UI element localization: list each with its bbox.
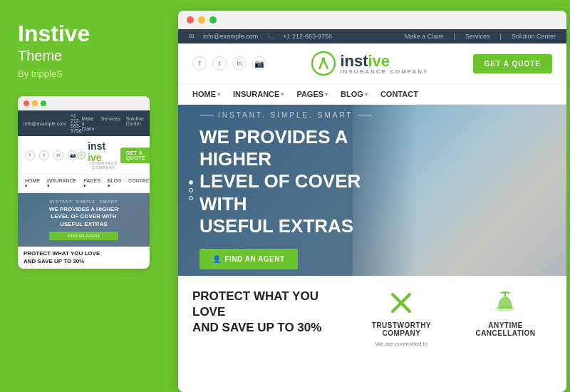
svg-point-1: [81, 153, 82, 154]
mini-nav-insurance[interactable]: INSURANCE ▾: [47, 178, 76, 189]
mini-logo-sub: INSURANCE COMPANY: [88, 161, 120, 170]
mini-nav-blog[interactable]: BLOG ▾: [108, 178, 121, 189]
mini-dot-yellow: [32, 100, 38, 106]
mini-dot-red: [24, 100, 29, 106]
protect-text-area: PROTECT WHAT YOU LOVE AND SAVE UP TO 30%: [192, 289, 341, 348]
blog-arrow-icon: ▾: [365, 91, 368, 98]
mini-logo-dark: inst: [88, 140, 120, 152]
main-socials: f t in 📷: [192, 56, 266, 71]
mini-hero-title: WE PROVIDES A HIGHERLEVEL OF COVER WITHU…: [49, 206, 118, 228]
facebook-icon[interactable]: f: [192, 56, 207, 71]
svg-point-2: [312, 52, 335, 75]
hero-content: INSTANT. SIMPLE. SMART WE PROVIDES A HIG…: [178, 105, 411, 276]
mini-quote-button[interactable]: GET A QUOTE: [120, 148, 150, 163]
main-phone: +1 212-683-9756: [283, 33, 332, 40]
nav-home[interactable]: HOME ▾: [192, 90, 220, 98]
hero-dot-2[interactable]: [189, 188, 193, 192]
mini-dot-green: [41, 100, 46, 106]
logo-text-green: ive: [368, 52, 390, 70]
insurance-arrow-icon: ▾: [281, 91, 284, 98]
mini-nav-pages[interactable]: PAGES ▾: [83, 178, 100, 189]
mini-header: f t in 📷 instive INSURANCE COMPANY: [18, 136, 150, 175]
mini-bottom: PROTECT WHAT YOU LOVEAND SAVE UP TO 30%: [18, 247, 150, 269]
svg-line-8: [501, 292, 505, 293]
nav-insurance[interactable]: INSURANCE ▾: [233, 90, 284, 98]
theme-title: Instive: [18, 21, 150, 46]
pages-arrow-icon: ▾: [325, 91, 328, 98]
main-link-solution[interactable]: Solution Center: [512, 33, 556, 40]
twitter-icon[interactable]: t: [212, 56, 227, 71]
main-bottom-section: PROTECT WHAT YOU LOVE AND SAVE UP TO 30%…: [178, 276, 566, 361]
mini-link-solution: Solution Center: [126, 116, 144, 131]
mini-logo: instive INSURANCE COMPANY: [78, 140, 120, 170]
main-hero: INSTANT. SIMPLE. SMART WE PROVIDES A HIG…: [178, 105, 566, 276]
cancellation-icon: [491, 289, 519, 317]
nav-pages[interactable]: PAGES ▾: [296, 90, 328, 98]
mini-hero: INSTANT. SIMPLE. SMART WE PROVIDES A HIG…: [18, 193, 150, 247]
trustworthy-card: TRUSTWORTHYCOMPANY We are committed to: [355, 289, 448, 348]
mini-find-btn[interactable]: FIND AN AGENT: [49, 232, 118, 240]
trustworthy-title: TRUSTWORTHYCOMPANY: [355, 321, 448, 337]
logo-text-dark: inst: [340, 52, 368, 70]
trustworthy-desc: We are committed to: [355, 340, 448, 348]
main-dot-yellow: [198, 16, 205, 24]
mini-titlebar: [18, 96, 150, 110]
main-dot-red: [187, 16, 194, 24]
mini-protect-title: PROTECT WHAT YOU LOVEAND SAVE UP TO 30%: [24, 250, 144, 265]
theme-subtitle: Theme: [18, 48, 150, 64]
cancellation-card: ANYTIMECANCELLATION: [459, 289, 552, 348]
svg-point-3: [322, 58, 326, 61]
nav-blog[interactable]: BLOG ▾: [341, 90, 368, 98]
home-arrow-icon: ▾: [217, 91, 220, 98]
feature-cards: TRUSTWORTHYCOMPANY We are committed to A…: [355, 289, 552, 348]
mini-nav-home[interactable]: HOME ▾: [25, 178, 40, 189]
svg-line-9: [505, 292, 509, 293]
logo-sub: INSURANCE COMPANY: [340, 68, 428, 75]
protect-title: PROTECT WHAT YOU LOVE AND SAVE UP TO 30%: [192, 289, 341, 336]
main-browser: ✉ info@example.com 📞 +1 212-683-9756 Mak…: [178, 11, 566, 392]
main-header: f t in 📷 instive INSURANCE COMPANY GET A…: [178, 43, 566, 84]
hero-title: WE PROVIDES A HIGHER LEVEL OF COVER WITH…: [200, 126, 390, 237]
main-email-icon: ✉: [189, 33, 195, 40]
mini-link-services: Services: [101, 116, 120, 131]
main-link-services[interactable]: Services: [465, 33, 490, 40]
main-topbar: ✉ info@example.com 📞 +1 212-683-9756 Mak…: [178, 29, 566, 43]
mini-logo-icon: [78, 149, 86, 162]
mini-twitter-icon[interactable]: t: [39, 150, 49, 160]
mini-email: info@example.com: [24, 121, 66, 126]
mini-nav: HOME ▾ INSURANCE ▾ PAGES ▾ BLOG ▾ CONTAC…: [18, 175, 150, 193]
main-nav: HOME ▾ INSURANCE ▾ PAGES ▾ BLOG ▾ CONTAC…: [178, 84, 566, 105]
cancellation-title: ANYTIMECANCELLATION: [459, 321, 552, 337]
svg-point-0: [78, 152, 86, 159]
main-divider1: |: [454, 33, 455, 40]
mini-socials: f t in 📷: [25, 150, 78, 160]
main-link-claim[interactable]: Make a Claim: [405, 33, 444, 40]
linkedin-icon[interactable]: in: [232, 56, 247, 71]
nav-contact[interactable]: CONTACT: [380, 90, 418, 98]
main-quote-button[interactable]: GET A QUOTE: [473, 54, 552, 73]
hero-tagline: INSTANT. SIMPLE. SMART: [200, 111, 390, 119]
instagram-icon[interactable]: 📷: [252, 56, 266, 71]
mini-topbar: info@example.com +1 212-683-9756 Make a …: [18, 110, 150, 136]
main-dot-green: [209, 16, 217, 24]
find-agent-icon: 👤: [212, 255, 222, 263]
mini-link-claim: Make a Claim: [82, 116, 95, 131]
mini-phone: +1 212-683-9756: [71, 113, 82, 133]
logo-icon: [311, 51, 336, 76]
main-divider2: |: [500, 33, 502, 40]
main-email: info@example.com: [203, 33, 258, 40]
mini-instagram-icon[interactable]: 📷: [68, 150, 78, 160]
main-phone-icon: 📞: [266, 33, 274, 40]
hero-dot-1[interactable]: [189, 180, 193, 185]
mini-facebook-icon[interactable]: f: [25, 150, 35, 160]
left-panel: Instive Theme By trippleS info@example.c…: [0, 0, 167, 392]
mini-hero-tagline: INSTANT. SIMPLE. SMART: [49, 200, 118, 204]
mini-nav-contact[interactable]: CONTACT: [128, 178, 150, 189]
trustworthy-icon: [387, 289, 415, 317]
main-logo: instive INSURANCE COMPANY: [311, 51, 428, 76]
hero-dot-3[interactable]: [189, 196, 193, 200]
mini-browser-preview: info@example.com +1 212-683-9756 Make a …: [18, 96, 150, 269]
main-titlebar: [178, 11, 566, 29]
mini-linkedin-icon[interactable]: in: [53, 150, 63, 160]
find-agent-button[interactable]: 👤 FIND AN AGENT: [200, 249, 298, 269]
